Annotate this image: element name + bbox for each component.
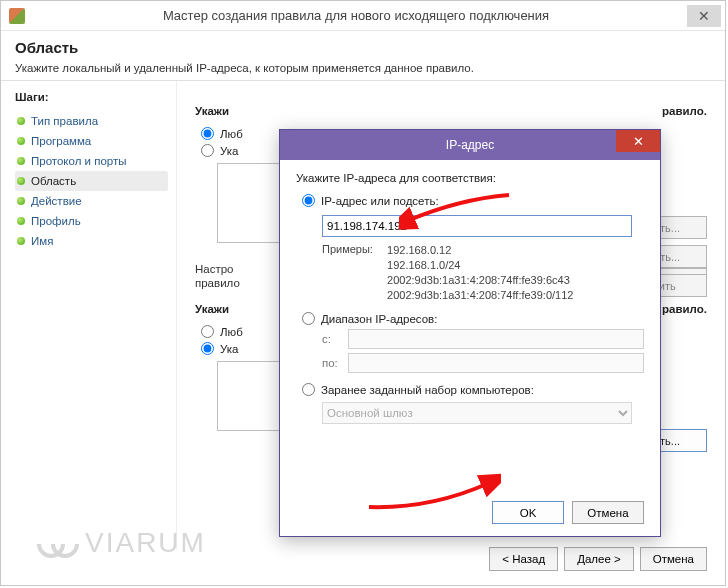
settings-hint-1: Настро bbox=[195, 263, 240, 275]
radio-predefined-set-input[interactable] bbox=[302, 383, 315, 396]
ip-address-dialog: IP-адрес ✕ Укажите IP-адреса для соответ… bbox=[279, 129, 661, 537]
radio-ip-range-label: Диапазон IP-адресов: bbox=[321, 313, 437, 325]
radio-any-local-label: Люб bbox=[220, 128, 243, 140]
watermark-logo-icon bbox=[37, 530, 77, 556]
step-label: Имя bbox=[31, 235, 53, 247]
predefined-set-select[interactable]: Основной шлюз bbox=[322, 402, 632, 424]
watermark: VIARUM bbox=[37, 527, 206, 559]
cancel-button[interactable]: Отмена bbox=[640, 547, 707, 571]
section-label-2: Укажи bbox=[195, 303, 229, 315]
radio-ip-subnet[interactable]: IP-адрес или подсеть: bbox=[302, 194, 644, 207]
step-label: Область bbox=[31, 175, 76, 187]
radio-predefined-set-label: Заранее заданный набор компьютеров: bbox=[321, 384, 534, 396]
step-item[interactable]: Тип правила bbox=[15, 111, 168, 131]
radio-ip-range[interactable]: Диапазон IP-адресов: bbox=[302, 312, 644, 325]
step-label: Действие bbox=[31, 195, 82, 207]
bullet-icon bbox=[17, 217, 25, 225]
range-from-label: с: bbox=[322, 333, 342, 345]
radio-ip-subnet-label: IP-адрес или подсеть: bbox=[321, 195, 439, 207]
app-icon bbox=[9, 8, 25, 24]
example-line: 192.168.0.12 bbox=[387, 243, 573, 258]
bullet-icon bbox=[17, 157, 25, 165]
dialog-cancel-button[interactable]: Отмена bbox=[572, 501, 644, 524]
window-close-button[interactable]: ✕ bbox=[687, 5, 721, 27]
dialog-close-button[interactable]: ✕ bbox=[616, 130, 660, 152]
step-item[interactable]: Профиль bbox=[15, 211, 168, 231]
page-title: Область bbox=[15, 39, 711, 56]
range-from-row: с: bbox=[322, 329, 644, 349]
watermark-text: VIARUM bbox=[85, 527, 206, 559]
radio-specified-remote-label: Ука bbox=[220, 343, 238, 355]
radio-specified-local-label: Ука bbox=[220, 145, 238, 157]
radio-any-local-input[interactable] bbox=[201, 127, 214, 140]
next-button[interactable]: Далее > bbox=[564, 547, 634, 571]
settings-hint-2: правило bbox=[195, 277, 240, 289]
window-title: Мастер создания правила для нового исход… bbox=[25, 8, 687, 23]
bullet-icon bbox=[17, 117, 25, 125]
examples-label: Примеры: bbox=[322, 243, 384, 255]
range-to-input[interactable] bbox=[348, 353, 644, 373]
bullet-icon bbox=[17, 137, 25, 145]
radio-predefined-set[interactable]: Заранее заданный набор компьютеров: bbox=[302, 383, 644, 396]
close-icon: ✕ bbox=[698, 8, 710, 24]
step-label: Тип правила bbox=[31, 115, 98, 127]
steps-sidebar: Шаги: Тип правилаПрограммаПротокол и пор… bbox=[1, 81, 177, 549]
steps-title: Шаги: bbox=[15, 91, 168, 103]
radio-any-remote-label: Люб bbox=[220, 326, 243, 338]
ok-button[interactable]: OK bbox=[492, 501, 564, 524]
step-item[interactable]: Программа bbox=[15, 131, 168, 151]
radio-ip-subnet-input[interactable] bbox=[302, 194, 315, 207]
step-label: Профиль bbox=[31, 215, 81, 227]
bullet-icon bbox=[17, 177, 25, 185]
step-label: Программа bbox=[31, 135, 91, 147]
range-from-input[interactable] bbox=[348, 329, 644, 349]
dialog-footer: OK Отмена bbox=[492, 501, 644, 524]
radio-specified-local-input[interactable] bbox=[201, 144, 214, 157]
section-trailing-2: равило. bbox=[662, 303, 707, 315]
example-line: 192.168.1.0/24 bbox=[387, 258, 573, 273]
range-to-row: по: bbox=[322, 353, 644, 373]
dialog-prompt: Укажите IP-адреса для соответствия: bbox=[296, 172, 644, 184]
dialog-title: IP-адрес bbox=[446, 138, 494, 152]
range-to-label: по: bbox=[322, 357, 342, 369]
radio-specified-remote-input[interactable] bbox=[201, 342, 214, 355]
step-item[interactable]: Действие bbox=[15, 191, 168, 211]
section-trailing-1: равило. bbox=[662, 105, 707, 117]
section-label-1: Укажи bbox=[195, 105, 229, 117]
example-line: 2002:9d3b:1a31:4:208:74ff:fe39:0/112 bbox=[387, 288, 573, 303]
page-header: Область Укажите локальный и удаленный IP… bbox=[1, 31, 725, 80]
main-titlebar: Мастер создания правила для нового исход… bbox=[1, 1, 725, 31]
examples-block: Примеры: 192.168.0.12192.168.1.0/242002:… bbox=[322, 243, 644, 302]
dialog-titlebar: IP-адрес ✕ bbox=[280, 130, 660, 160]
back-button[interactable]: < Назад bbox=[489, 547, 558, 571]
example-line: 2002:9d3b:1a31:4:208:74ff:fe39:6c43 bbox=[387, 273, 573, 288]
step-item[interactable]: Имя bbox=[15, 231, 168, 251]
bullet-icon bbox=[17, 237, 25, 245]
radio-any-remote-input[interactable] bbox=[201, 325, 214, 338]
bullet-icon bbox=[17, 197, 25, 205]
radio-ip-range-input[interactable] bbox=[302, 312, 315, 325]
ip-address-input[interactable] bbox=[322, 215, 632, 237]
step-item[interactable]: Область bbox=[15, 171, 168, 191]
step-label: Протокол и порты bbox=[31, 155, 126, 167]
wizard-footer: < Назад Далее > Отмена bbox=[489, 547, 707, 571]
step-item[interactable]: Протокол и порты bbox=[15, 151, 168, 171]
close-icon: ✕ bbox=[633, 134, 644, 149]
page-subtitle: Укажите локальный и удаленный IP-адреса,… bbox=[15, 62, 711, 74]
